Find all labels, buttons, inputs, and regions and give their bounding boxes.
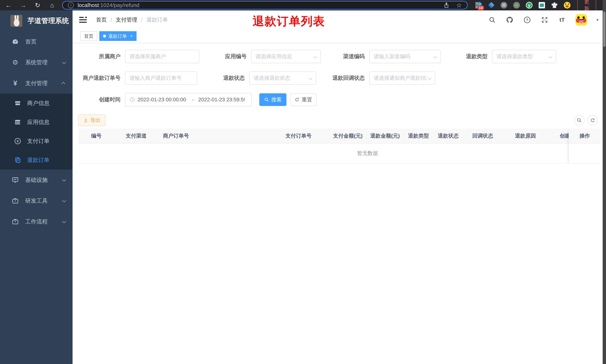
refund-type-input[interactable]: [496, 53, 548, 60]
sidebar-item-infrastructure[interactable]: 基础设施: [0, 169, 73, 190]
col-header: 退款类型: [404, 129, 433, 143]
gear-icon: ⚙: [11, 59, 20, 66]
briefcase-icon: [11, 218, 20, 225]
col-header: 支付订单号: [268, 129, 329, 143]
avatar-caret-icon[interactable]: ▾: [596, 17, 599, 23]
search-button[interactable]: 搜索: [259, 93, 287, 106]
fixed-actions-column: 操作: [569, 129, 600, 164]
sidebar-collapse-icon[interactable]: [79, 16, 87, 23]
refund-doc-icon: [13, 157, 22, 163]
filter-label: 退款类型: [441, 53, 492, 60]
extension-y-icon[interactable]: y: [526, 2, 533, 9]
sidebar-item-system[interactable]: ⚙ 系统管理: [0, 52, 73, 73]
date-end[interactable]: 2022-01-23 23:59:59: [198, 97, 245, 103]
date-start[interactable]: 2022-01-23 00:00:00: [138, 97, 187, 103]
reset-button[interactable]: 重置: [290, 93, 316, 106]
address-bar[interactable]: i localhost:1024/pay/refund ☆: [62, 1, 468, 10]
sidebar-item-payment[interactable]: ¥ 支付管理: [0, 73, 73, 94]
fullscreen-icon[interactable]: [540, 16, 549, 24]
github-icon[interactable]: [506, 16, 514, 24]
browser-toolbar: ← → ↻ ⌂ i localhost:1024/pay/refund ☆ 10…: [0, 0, 606, 10]
sidebar-item-workflow[interactable]: 工作流程: [0, 211, 73, 232]
chevron-down-icon: [62, 219, 66, 223]
page-info-icon[interactable]: i: [68, 2, 74, 8]
breadcrumb-payment[interactable]: 支付管理: [116, 16, 137, 24]
app-id-input[interactable]: [256, 53, 313, 60]
extension-chat-icon[interactable]: [538, 2, 545, 9]
sidebar-item-label: 工作流程: [25, 218, 48, 225]
empty-text: 暂无数据: [357, 150, 378, 157]
chevron-down-icon: [62, 60, 66, 64]
refund-status-input[interactable]: [254, 75, 308, 81]
sidebar-item-pay-order[interactable]: ¥ 支付订单: [0, 132, 73, 151]
refund-status-select[interactable]: [249, 71, 316, 85]
merchant-refund-no-field[interactable]: [125, 71, 197, 85]
svg-text:?: ?: [526, 18, 528, 22]
shop-icon: [13, 100, 22, 106]
grid-icon: [13, 119, 22, 126]
export-button[interactable]: 导出: [78, 115, 106, 126]
sidebar-item-label: 首页: [25, 38, 37, 46]
share-icon[interactable]: [444, 2, 449, 8]
forward-icon[interactable]: →: [17, 2, 29, 8]
col-header: 退款金额(元): [367, 129, 404, 143]
home-icon[interactable]: ⌂: [47, 2, 58, 8]
sidebar-item-home[interactable]: 首页: [0, 31, 73, 52]
col-header: 支付渠道: [115, 129, 153, 143]
active-dot: [103, 35, 106, 38]
merchant-input[interactable]: [130, 53, 195, 60]
refresh-table-button[interactable]: [587, 115, 598, 126]
callback-status-input[interactable]: [374, 75, 427, 81]
refresh-icon: [295, 97, 300, 102]
help-icon[interactable]: ?: [523, 16, 531, 24]
tag-home[interactable]: 首页: [80, 31, 97, 41]
channel-code-select[interactable]: [369, 50, 441, 63]
search-icon[interactable]: [488, 16, 496, 24]
extension-command-icon[interactable]: ⌘: [500, 2, 507, 9]
back-icon[interactable]: ←: [3, 2, 14, 8]
extensions-puzzle-icon[interactable]: [551, 2, 558, 9]
font-size-icon[interactable]: tT: [558, 16, 566, 24]
callback-status-select[interactable]: [369, 71, 435, 85]
clock-icon: [130, 97, 135, 103]
filter-label: 商户退款订单号: [78, 74, 125, 82]
sidebar-item-app-info[interactable]: 应用信息: [0, 113, 73, 132]
sidebar-item-label: 商户信息: [27, 99, 50, 107]
url-text[interactable]: localhost:1024/pay/refund: [78, 2, 139, 8]
bookmark-star-icon[interactable]: ☆: [456, 1, 462, 9]
chevron-down-icon: [428, 77, 431, 80]
col-header: 编号: [78, 129, 115, 143]
pay-circle-icon: ¥: [13, 138, 22, 145]
sidebar-item-merchant-info[interactable]: 商户信息: [0, 94, 73, 113]
sidebar-item-label: 应用信息: [27, 118, 50, 126]
reload-icon[interactable]: ↻: [32, 2, 43, 8]
tag-refund-order[interactable]: 退款订单 ×: [99, 31, 136, 41]
monitor-icon: [11, 176, 20, 183]
app-id-select[interactable]: [251, 50, 321, 63]
breadcrumb-home[interactable]: 首页: [96, 16, 107, 24]
table-header-row: 编号 支付渠道 商户订单号 支付订单号 支付金额(元) 退款金额(元) 退款类型…: [78, 129, 569, 143]
extension-blue-diamond-icon[interactable]: 10: [475, 2, 482, 9]
scrollbar-thumb[interactable]: [603, 12, 606, 47]
app-logo[interactable]: 芋道管理系统: [0, 10, 73, 31]
sidebar-item-dev-tools[interactable]: 研发工具: [0, 190, 73, 211]
merchant-refund-no-input[interactable]: [130, 75, 193, 81]
show-search-button[interactable]: [574, 115, 584, 126]
window-scrollbar[interactable]: [603, 0, 606, 364]
filter-label: 应用编号: [199, 53, 251, 60]
avatar[interactable]: [576, 14, 587, 26]
refund-type-select[interactable]: [492, 50, 556, 63]
sidebar-item-label: 系统管理: [25, 59, 48, 66]
filter-label: 所属商户: [78, 53, 125, 60]
merchant-select[interactable]: [125, 50, 199, 63]
navbar-actions: ? tT ▾: [488, 14, 599, 26]
extension-kite-icon[interactable]: [488, 2, 495, 9]
sidebar-item-refund-order[interactable]: 退款订单: [0, 151, 73, 169]
extension-record-icon[interactable]: [513, 2, 520, 9]
extension-emoji-icon[interactable]: [564, 2, 571, 9]
date-range-picker[interactable]: 2022-01-23 00:00:00 - 2022-01-23 23:59:5…: [125, 93, 252, 106]
chevron-up-icon: [61, 82, 65, 86]
filter-row-2: 商户退款订单号 退款状态 退款回调状态: [78, 71, 600, 85]
close-icon[interactable]: ×: [130, 33, 133, 39]
channel-code-input[interactable]: [374, 53, 433, 60]
